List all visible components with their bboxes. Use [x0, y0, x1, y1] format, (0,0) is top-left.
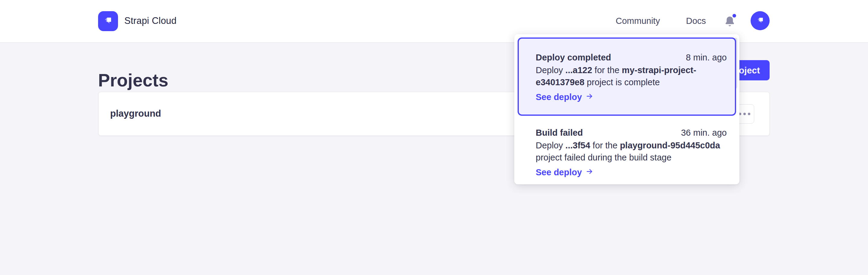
notification-time: 8 min. ago [686, 51, 727, 63]
ellipsis-icon [739, 113, 750, 115]
user-avatar[interactable] [751, 11, 770, 30]
brand-title: Strapi Cloud [124, 16, 177, 26]
nav-link-community[interactable]: Community [616, 16, 660, 26]
unread-dot [733, 14, 736, 18]
notification-body: Deploy ...a122 for the my-strapi-project… [536, 64, 736, 88]
strapi-cloud-screen: Strapi Cloud Community Docs [0, 0, 868, 275]
arrow-right-icon [586, 91, 593, 103]
project-name: playground [110, 108, 161, 119]
strapi-logo[interactable] [98, 11, 118, 31]
avatar-icon [755, 15, 766, 27]
arrow-right-icon [586, 166, 593, 178]
notification-item-build-failed[interactable]: Build failed 36 min. ago Deploy ...3f54 … [536, 127, 727, 178]
nav-link-docs[interactable]: Docs [686, 16, 706, 26]
notification-item-deploy-completed[interactable]: Deploy completed 8 min. ago Deploy ...a1… [518, 37, 736, 116]
notification-title: Build failed [536, 127, 583, 139]
notification-time: 36 min. ago [681, 127, 727, 139]
notifications-popover: Deploy completed 8 min. ago Deploy ...a1… [514, 34, 739, 184]
strapi-logo-icon [102, 14, 114, 28]
see-deploy-link[interactable]: See deploy [536, 91, 727, 103]
notification-title: Deploy completed [536, 51, 611, 63]
page-title: Projects [98, 70, 168, 91]
notification-body: Deploy ...3f54 for the playground-95d445… [536, 139, 736, 164]
bell-icon [724, 24, 736, 29]
see-deploy-link[interactable]: See deploy [536, 166, 727, 178]
